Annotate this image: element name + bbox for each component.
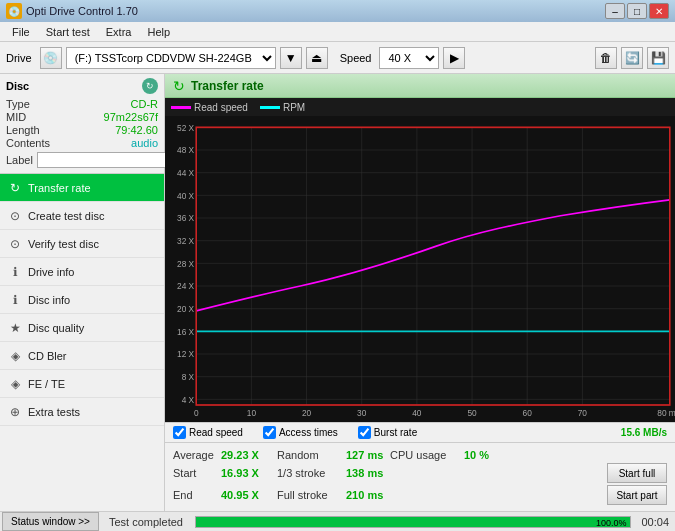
access-times-checkbox-label: Access times [279, 427, 338, 438]
disc-section-title: Disc [6, 80, 29, 92]
svg-text:40 X: 40 X [177, 190, 194, 200]
read-speed-checkbox[interactable] [173, 426, 186, 439]
svg-text:48 X: 48 X [177, 145, 194, 155]
stats-section: Average 29.23 X Random 127 ms CPU usage … [165, 442, 675, 511]
eject-button[interactable]: ⏏ [306, 47, 328, 69]
nav-disc-info[interactable]: ℹ Disc info [0, 286, 164, 314]
svg-text:20: 20 [302, 408, 311, 418]
svg-text:44 X: 44 X [177, 168, 194, 178]
access-times-checkbox[interactable] [263, 426, 276, 439]
menu-start-test[interactable]: Start test [38, 24, 98, 40]
app-title: Opti Drive Control 1.70 [26, 5, 138, 17]
nav-cd-bler[interactable]: ◈ CD Bler [0, 342, 164, 370]
maximize-button[interactable]: □ [627, 3, 647, 19]
create-test-disc-icon: ⊙ [8, 209, 22, 223]
speed-label: Speed [340, 52, 372, 64]
nav-disc-quality[interactable]: ★ Disc quality [0, 314, 164, 342]
svg-text:28 X: 28 X [177, 258, 194, 268]
burst-rate-value: 15.6 MB/s [621, 427, 667, 438]
app-icon: 💿 [6, 3, 22, 19]
random-value: 127 ms [346, 449, 386, 461]
checkbox-row: Read speed Access times Burst rate 15.6 … [165, 422, 675, 442]
start-label: Start [173, 467, 217, 479]
disc-label-label: Label [6, 154, 33, 166]
disc-info-icon: ℹ [8, 293, 22, 307]
burst-rate-checkbox[interactable] [358, 426, 371, 439]
status-window-button[interactable]: Status window >> [2, 512, 99, 531]
close-button[interactable]: ✕ [649, 3, 669, 19]
start-full-button[interactable]: Start full [607, 463, 667, 483]
chart-area: 52 X 48 X 44 X 40 X 36 X 32 X 28 X 24 X … [165, 116, 675, 422]
fe-te-icon: ◈ [8, 377, 22, 391]
disc-contents-value: audio [131, 137, 158, 149]
status-text: Test completed [101, 516, 191, 528]
stroke-label: 1/3 stroke [277, 467, 342, 479]
disc-length-value: 79:42.60 [115, 124, 158, 136]
svg-text:70: 70 [578, 408, 587, 418]
svg-text:40: 40 [412, 408, 421, 418]
menu-help[interactable]: Help [139, 24, 178, 40]
menu-extra[interactable]: Extra [98, 24, 140, 40]
disc-section: Disc ↻ Type CD-R MID 97m22s67f Length 79… [0, 74, 164, 174]
clear-button[interactable]: 🗑 [595, 47, 617, 69]
speed-select[interactable]: Max4 X8 X16 X24 X32 X40 X48 X52 X [379, 47, 439, 69]
status-time: 00:04 [635, 516, 675, 528]
svg-text:80 min: 80 min [657, 408, 675, 418]
save-button[interactable]: 💾 [647, 47, 669, 69]
progress-label: 100.0% [596, 517, 627, 529]
random-label: Random [277, 449, 342, 461]
menu-file[interactable]: File [4, 24, 38, 40]
svg-text:8 X: 8 X [182, 372, 195, 382]
minimize-button[interactable]: – [605, 3, 625, 19]
nav-items: ↻ Transfer rate ⊙ Create test disc ⊙ Ver… [0, 174, 164, 426]
average-label: Average [173, 449, 217, 461]
drive-arrow-button[interactable]: ▼ [280, 47, 302, 69]
svg-text:20 X: 20 X [177, 304, 194, 314]
nav-extra-tests[interactable]: ⊕ Extra tests [0, 398, 164, 426]
refresh-button[interactable]: 🔄 [621, 47, 643, 69]
start-part-button[interactable]: Start part [607, 485, 667, 505]
nav-fe-te-label: FE / TE [28, 378, 65, 390]
drive-select[interactable]: (F:) TSSTcorp CDDVDW SH-224GB SB00 [66, 47, 276, 69]
disc-label-input[interactable] [37, 152, 166, 168]
svg-text:32 X: 32 X [177, 236, 194, 246]
verify-test-disc-icon: ⊙ [8, 237, 22, 251]
read-speed-legend-label: Read speed [194, 102, 248, 113]
chart-svg: 52 X 48 X 44 X 40 X 36 X 32 X 28 X 24 X … [165, 116, 675, 422]
start-value: 16.93 X [221, 467, 273, 479]
nav-fe-te[interactable]: ◈ FE / TE [0, 370, 164, 398]
nav-drive-info[interactable]: ℹ Drive info [0, 258, 164, 286]
disc-quality-icon: ★ [8, 321, 22, 335]
svg-text:30: 30 [357, 408, 366, 418]
chart-header: ↻ Transfer rate [165, 74, 675, 98]
nav-disc-quality-label: Disc quality [28, 322, 84, 334]
disc-type-label: Type [6, 98, 30, 110]
full-stroke-value: 210 ms [346, 489, 386, 501]
drive-icon: 💿 [40, 47, 62, 69]
nav-verify-test-disc[interactable]: ⊙ Verify test disc [0, 230, 164, 258]
svg-rect-45 [196, 127, 670, 405]
disc-contents-label: Contents [6, 137, 50, 149]
title-bar: 💿 Opti Drive Control 1.70 – □ ✕ [0, 0, 675, 22]
end-value: 40.95 X [221, 489, 273, 501]
svg-text:10: 10 [247, 408, 256, 418]
burst-rate-checkbox-label: Burst rate [374, 427, 417, 438]
disc-mid-label: MID [6, 111, 26, 123]
read-speed-legend-color [171, 106, 191, 109]
svg-text:52 X: 52 X [177, 122, 194, 132]
toolbar: Drive 💿 (F:) TSSTcorp CDDVDW SH-224GB SB… [0, 42, 675, 74]
read-speed-checkbox-label: Read speed [189, 427, 243, 438]
svg-text:0: 0 [194, 408, 199, 418]
chart-title: Transfer rate [191, 79, 264, 93]
nav-transfer-rate[interactable]: ↻ Transfer rate [0, 174, 164, 202]
speed-arrow-button[interactable]: ▶ [443, 47, 465, 69]
status-bar: Status window >> Test completed 100.0% 0… [0, 511, 675, 531]
disc-refresh-button[interactable]: ↻ [142, 78, 158, 94]
average-value: 29.23 X [221, 449, 273, 461]
drive-label: Drive [6, 52, 32, 64]
disc-type-value: CD-R [131, 98, 159, 110]
disc-mid-value: 97m22s67f [104, 111, 158, 123]
nav-extra-tests-label: Extra tests [28, 406, 80, 418]
nav-create-test-disc[interactable]: ⊙ Create test disc [0, 202, 164, 230]
progress-bar-container: 100.0% [195, 516, 632, 528]
